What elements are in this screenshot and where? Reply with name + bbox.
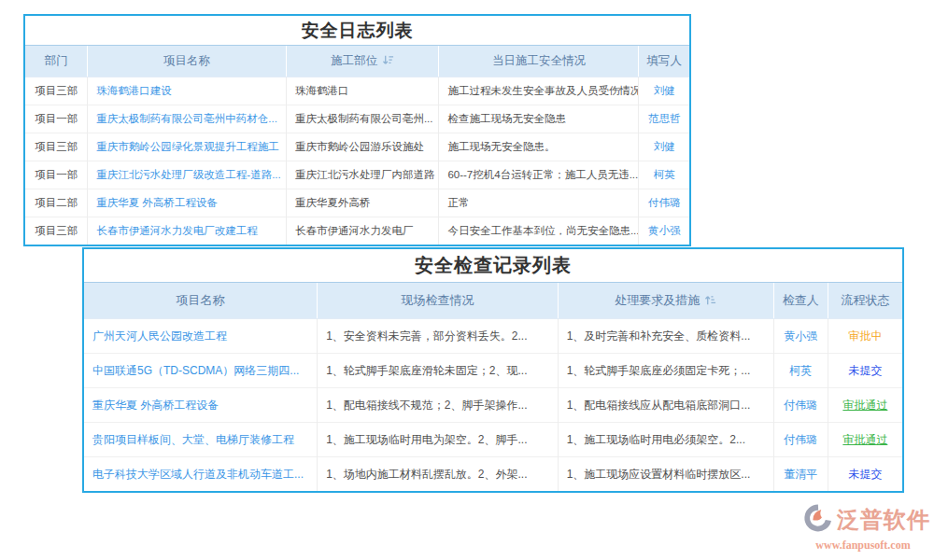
safety-log-grid: 部门项目名称施工部位当日施工安全情况填写人 项目三部珠海鹤港口建设珠海鹤港口施工… [25, 46, 689, 245]
safety-check-header-row: 项目名称现场检查情况处理要求及措施检查人流程状态 [84, 283, 902, 319]
table-row: 项目一部重庆太极制药有限公司亳州中药材仓...重庆太极制药有限公司亳州...检查… [25, 105, 689, 133]
header-label: 填写人 [646, 54, 682, 67]
inspection-cell: 1、施工现场临时用电为架空。2、脚手... [318, 423, 559, 457]
department-cell: 项目三部 [25, 133, 88, 161]
fanpu-leaf-logo-icon [801, 502, 833, 538]
header-label: 处理要求及措施 [615, 293, 700, 307]
header-label: 部门 [45, 54, 68, 67]
project-link[interactable]: 长春市伊通河水力发电厂改建工程 [88, 217, 287, 245]
status-badge[interactable]: 未提交 [828, 457, 902, 492]
table-row: 广州天河人民公园改造工程1、安全资料未完善，部分资料丢失。2...1、及时完善和… [84, 319, 902, 354]
inspector-link[interactable]: 董清平 [773, 457, 828, 492]
inspector-link[interactable]: 付伟璐 [773, 423, 828, 457]
location-cell: 重庆市鹅岭公园游乐设施处 [286, 133, 439, 161]
writer-link[interactable]: 柯英 [639, 161, 689, 189]
measures-cell: 1、施工现场临时用电必须架空。2... [558, 423, 773, 457]
location-cell: 长春市伊通河水力发电厂 [286, 217, 439, 245]
safety-status-cell: 施工现场无安全隐患。 [439, 133, 639, 161]
fanpu-watermark: 泛普软件 www.fanpusoft.com [801, 502, 925, 553]
status-badge[interactable]: 审批中 [828, 319, 902, 354]
measures-cell: 1、轮式脚手架底座必须固定卡死；... [558, 354, 773, 388]
header-col-project-name: 项目名称 [88, 46, 287, 77]
department-cell: 项目二部 [25, 189, 88, 217]
safety-log-table: 安全日志列表 部门项目名称施工部位当日施工安全情况填写人 项目三部珠海鹤港口建设… [23, 14, 691, 246]
safety-status-cell: 今日安全工作基本到位，尚无安全隐患... [439, 217, 639, 245]
safety-log-title: 安全日志列表 [25, 16, 689, 46]
header-col-department: 部门 [25, 46, 88, 77]
header-label: 当日施工安全情况 [492, 54, 586, 67]
status-badge[interactable]: 审批通过 [828, 423, 902, 457]
writer-link[interactable]: 范思哲 [639, 105, 689, 133]
inspection-cell: 1、安全资料未完善，部分资料丢失。2... [318, 319, 559, 354]
table-row: 项目二部重庆华夏 外高桥工程设备重庆华夏外高桥正常付伟璐 [25, 189, 689, 217]
inspector-link[interactable]: 柯英 [773, 354, 828, 388]
safety-check-table: 安全检查记录列表 项目名称现场检查情况处理要求及措施检查人流程状态 广州天河人民… [82, 247, 904, 493]
fanpu-brand-text: 泛普软件 [837, 505, 930, 535]
measures-cell: 1、及时完善和补充安全、质检资料... [558, 319, 773, 354]
inspection-cell: 1、轮式脚手架底座滑轮未固定；2、现... [318, 354, 559, 388]
writer-link[interactable]: 黄小强 [639, 217, 689, 245]
project-link[interactable]: 贵阳项目样板间、大堂、电梯厅装修工程 [84, 423, 318, 457]
measures-cell: 1、配电箱接线应从配电箱底部洞口... [558, 388, 773, 423]
project-link[interactable]: 重庆江北污水处理厂级改造工程-道路... [88, 161, 287, 189]
header-label: 现场检查情况 [401, 293, 474, 307]
header-label: 项目名称 [177, 293, 225, 307]
table-row: 项目三部珠海鹤港口建设珠海鹤港口施工过程未发生安全事故及人员受伤情况刘健 [25, 77, 689, 105]
header-label: 施工部位 [331, 54, 377, 67]
sort-asc-icon[interactable] [700, 293, 716, 307]
project-link[interactable]: 电子科技大学区域人行道及非机动车道工... [84, 457, 318, 492]
header-col-inspector: 检查人 [773, 283, 828, 319]
department-cell: 项目三部 [25, 77, 88, 105]
safety-status-cell: 60--7挖机4台运转正常；施工人员无违... [439, 161, 639, 189]
department-cell: 项目一部 [25, 105, 88, 133]
status-badge[interactable]: 审批通过 [828, 388, 902, 423]
writer-link[interactable]: 刘健 [639, 77, 689, 105]
inspection-cell: 1、配电箱接线不规范；2、脚手架操作... [318, 388, 559, 423]
project-link[interactable]: 重庆华夏 外高桥工程设备 [88, 189, 287, 217]
inspector-link[interactable]: 黄小强 [773, 319, 828, 354]
measures-cell: 1、施工现场应设置材料临时摆放区... [558, 457, 773, 492]
safety-status-cell: 检查施工现场无安全隐患 [439, 105, 639, 133]
location-cell: 重庆江北污水处理厂内部道路 [286, 161, 439, 189]
project-link[interactable]: 广州天河人民公园改造工程 [84, 319, 318, 354]
header-col-construction-part[interactable]: 施工部位 [286, 46, 439, 77]
status-badge[interactable]: 未提交 [828, 354, 902, 388]
inspection-cell: 1、场地内施工材料乱摆乱放。2、外架... [318, 457, 559, 492]
location-cell: 重庆华夏外高桥 [286, 189, 439, 217]
writer-link[interactable]: 付伟璐 [639, 189, 689, 217]
project-link[interactable]: 重庆华夏 外高桥工程设备 [84, 388, 318, 423]
project-link[interactable]: 珠海鹤港口建设 [88, 77, 287, 105]
department-cell: 项目三部 [25, 217, 88, 245]
table-row: 项目一部重庆江北污水处理厂级改造工程-道路...重庆江北污水处理厂内部道路60-… [25, 161, 689, 189]
department-cell: 项目一部 [25, 161, 88, 189]
writer-link[interactable]: 刘健 [639, 133, 689, 161]
table-row: 项目三部重庆市鹅岭公园绿化景观提升工程施工重庆市鹅岭公园游乐设施处施工现场无安全… [25, 133, 689, 161]
project-link[interactable]: 重庆太极制药有限公司亳州中药材仓... [88, 105, 287, 133]
header-label: 项目名称 [163, 54, 210, 67]
location-cell: 珠海鹤港口 [286, 77, 439, 105]
inspector-link[interactable]: 付伟璐 [773, 388, 828, 423]
safety-status-cell: 施工过程未发生安全事故及人员受伤情况 [439, 77, 639, 105]
table-row: 项目三部长春市伊通河水力发电厂改建工程长春市伊通河水力发电厂今日安全工作基本到位… [25, 217, 689, 245]
safety-check-title: 安全检查记录列表 [84, 249, 902, 283]
header-col-measures[interactable]: 处理要求及措施 [558, 283, 773, 319]
project-link[interactable]: 重庆市鹅岭公园绿化景观提升工程施工 [88, 133, 287, 161]
header-label: 检查人 [783, 293, 819, 307]
safety-check-grid: 项目名称现场检查情况处理要求及措施检查人流程状态 广州天河人民公园改造工程1、安… [84, 283, 902, 491]
header-col-project-name: 项目名称 [84, 283, 318, 319]
sort-desc-icon[interactable] [377, 54, 394, 67]
project-link[interactable]: 中国联通5G（TD-SCDMA）网络三期四... [84, 354, 318, 388]
safety-log-header-row: 部门项目名称施工部位当日施工安全情况填写人 [25, 46, 689, 77]
fanpu-url-text: www.fanpusoft.com [801, 539, 925, 553]
header-col-daily-safety: 当日施工安全情况 [439, 46, 639, 77]
table-row: 重庆华夏 外高桥工程设备1、配电箱接线不规范；2、脚手架操作...1、配电箱接线… [84, 388, 902, 423]
header-label: 流程状态 [841, 293, 889, 307]
location-cell: 重庆太极制药有限公司亳州... [286, 105, 439, 133]
table-row: 电子科技大学区域人行道及非机动车道工...1、场地内施工材料乱摆乱放。2、外架.… [84, 457, 902, 492]
header-col-writer: 填写人 [639, 46, 689, 77]
table-row: 贵阳项目样板间、大堂、电梯厅装修工程1、施工现场临时用电为架空。2、脚手...1… [84, 423, 902, 457]
table-row: 中国联通5G（TD-SCDMA）网络三期四...1、轮式脚手架底座滑轮未固定；2… [84, 354, 902, 388]
header-col-site-inspection: 现场检查情况 [318, 283, 559, 319]
header-col-flow-status: 流程状态 [828, 283, 902, 319]
safety-status-cell: 正常 [439, 189, 639, 217]
